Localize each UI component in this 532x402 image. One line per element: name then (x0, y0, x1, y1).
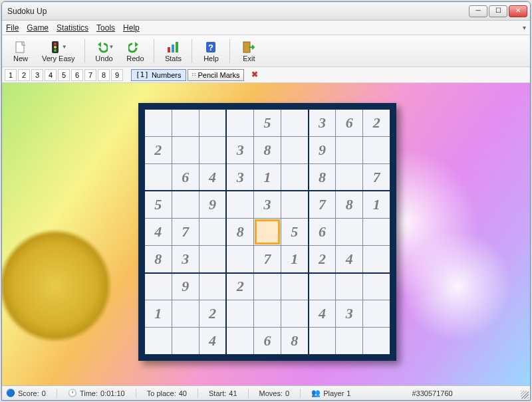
difficulty-button[interactable]: ▼Very Easy (37, 39, 80, 64)
cell-5-5[interactable]: 1 (281, 246, 309, 273)
undo-button[interactable]: ▼Undo (89, 39, 120, 64)
numpad-2[interactable]: 2 (18, 69, 30, 81)
cell-3-0[interactable]: 5 (144, 191, 172, 218)
cell-3-1[interactable] (172, 191, 199, 218)
cell-2-7[interactable] (336, 163, 363, 191)
cell-2-6[interactable]: 8 (309, 163, 336, 191)
menu-file[interactable]: File (6, 23, 19, 33)
minimize-button[interactable]: ─ (469, 5, 487, 17)
cell-7-6[interactable]: 4 (309, 300, 336, 328)
cell-7-4[interactable] (253, 300, 281, 328)
numpad-4[interactable]: 4 (45, 69, 57, 81)
cell-1-1[interactable] (172, 136, 199, 163)
cell-1-3[interactable]: 3 (226, 136, 253, 163)
cell-2-8[interactable]: 7 (363, 163, 390, 191)
cell-2-2[interactable]: 4 (199, 163, 226, 191)
numpad-8[interactable]: 8 (98, 69, 110, 81)
cell-2-4[interactable]: 1 (253, 163, 281, 191)
cell-6-0[interactable] (144, 273, 172, 300)
cell-3-8[interactable]: 1 (363, 191, 390, 218)
cell-0-3[interactable] (226, 109, 253, 136)
cell-6-5[interactable] (281, 273, 309, 300)
exit-button[interactable]: Exit (234, 39, 263, 64)
cell-1-0[interactable]: 2 (144, 136, 172, 163)
menu-tools[interactable]: Tools (96, 23, 115, 33)
cell-8-3[interactable] (226, 328, 253, 355)
menu-game[interactable]: Game (27, 23, 49, 33)
cell-1-8[interactable] (363, 136, 390, 163)
cell-1-5[interactable] (281, 136, 309, 163)
numpad-7[interactable]: 7 (84, 69, 96, 81)
cell-1-7[interactable] (336, 136, 363, 163)
numpad-1[interactable]: 1 (5, 69, 17, 81)
new-button[interactable]: New (6, 39, 35, 64)
cell-4-3[interactable]: 8 (226, 218, 253, 245)
menu-statistics[interactable]: Statistics (57, 23, 88, 33)
cell-6-3[interactable]: 2 (226, 273, 253, 300)
cell-8-4[interactable]: 6 (253, 328, 281, 355)
redo-button[interactable]: Redo (120, 39, 150, 64)
cell-8-0[interactable] (144, 328, 172, 355)
cell-0-1[interactable] (172, 109, 199, 136)
cell-5-2[interactable] (199, 246, 226, 273)
menu-help[interactable]: Help (123, 23, 140, 33)
cell-3-5[interactable] (281, 191, 309, 218)
cell-5-7[interactable]: 4 (336, 246, 363, 273)
close-button[interactable]: ✕ (509, 5, 527, 17)
cell-4-7[interactable] (336, 218, 363, 245)
cell-7-7[interactable]: 3 (336, 300, 363, 328)
cell-6-7[interactable] (336, 273, 363, 300)
cell-4-5[interactable]: 5 (281, 218, 309, 245)
cell-7-1[interactable] (172, 300, 199, 328)
cell-6-6[interactable] (309, 273, 336, 300)
cell-5-8[interactable] (363, 246, 390, 273)
cell-4-0[interactable]: 4 (144, 218, 172, 245)
cell-6-2[interactable] (199, 273, 226, 300)
cell-6-1[interactable]: 9 (172, 273, 199, 300)
cell-4-6[interactable]: 6 (309, 218, 336, 245)
cell-6-4[interactable] (253, 273, 281, 300)
numpad-5[interactable]: 5 (58, 69, 70, 81)
cell-2-3[interactable]: 3 (226, 163, 253, 191)
cell-0-2[interactable] (199, 109, 226, 136)
cell-5-4[interactable]: 7 (253, 246, 281, 273)
cell-0-5[interactable] (281, 109, 309, 136)
cell-1-2[interactable] (199, 136, 226, 163)
cell-3-4[interactable]: 3 (253, 191, 281, 218)
cell-8-1[interactable] (172, 328, 199, 355)
cell-2-5[interactable] (281, 163, 309, 191)
cell-2-0[interactable] (144, 163, 172, 191)
cell-0-7[interactable]: 6 (336, 109, 363, 136)
cell-0-8[interactable]: 2 (363, 109, 390, 136)
numbar-close-icon[interactable]: ✖ (249, 70, 260, 80)
cell-4-4[interactable] (253, 218, 281, 245)
cell-0-0[interactable] (144, 109, 172, 136)
cell-7-0[interactable]: 1 (144, 300, 172, 328)
resize-grip-icon[interactable] (521, 391, 529, 399)
stats-button[interactable]: Stats (158, 39, 188, 64)
cell-3-2[interactable]: 9 (199, 191, 226, 218)
help-button[interactable]: ?Help (196, 39, 225, 64)
cell-4-1[interactable]: 7 (172, 218, 199, 245)
cell-5-1[interactable]: 3 (172, 246, 199, 273)
cell-4-8[interactable] (363, 218, 390, 245)
cell-0-6[interactable]: 3 (309, 109, 336, 136)
cell-8-8[interactable] (363, 328, 390, 355)
cell-0-4[interactable]: 5 (253, 109, 281, 136)
cell-6-8[interactable] (363, 273, 390, 300)
sudoku-board[interactable]: 5362238964318759378147856837124921243468 (144, 108, 391, 355)
numpad-9[interactable]: 9 (111, 69, 123, 81)
cell-7-5[interactable] (281, 300, 309, 328)
cell-2-1[interactable]: 6 (172, 163, 199, 191)
cell-3-3[interactable] (226, 191, 253, 218)
cell-1-6[interactable]: 9 (309, 136, 336, 163)
cell-1-4[interactable]: 8 (253, 136, 281, 163)
cell-8-7[interactable] (336, 328, 363, 355)
menubar-overflow-icon[interactable]: ▾ (523, 24, 526, 31)
cell-7-8[interactable] (363, 300, 390, 328)
mode-numbers-button[interactable]: [1]Numbers (131, 69, 186, 81)
cell-5-3[interactable] (226, 246, 253, 273)
cell-7-3[interactable] (226, 300, 253, 328)
cell-5-6[interactable]: 2 (309, 246, 336, 273)
cell-4-2[interactable] (199, 218, 226, 245)
